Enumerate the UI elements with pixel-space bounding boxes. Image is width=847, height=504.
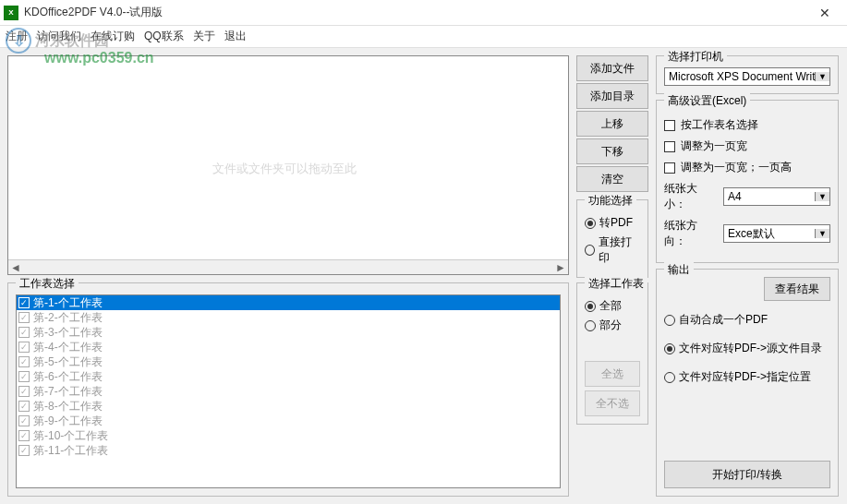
chk-fit-width[interactable]: 调整为一页宽 — [664, 138, 830, 154]
chk-fit-page-label: 调整为一页宽；一页高 — [681, 160, 792, 175]
file-list[interactable]: ◄ ► — [7, 55, 569, 275]
checkbox-icon: ✓ — [18, 430, 30, 441]
function-select-legend: 功能选择 — [585, 193, 636, 209]
sheet-item[interactable]: ✓第-7-个工作表 — [17, 384, 560, 399]
add-file-button[interactable]: 添加文件 — [576, 55, 648, 81]
radio-to-pdf[interactable]: 转PDF — [585, 215, 640, 231]
radio-print-direct-label: 直接打印 — [599, 234, 640, 266]
radio-src-dir[interactable]: 文件对应转PDF->源文件目录 — [664, 341, 830, 356]
sheet-item[interactable]: ✓第-11-个工作表 — [17, 443, 560, 458]
scroll-left-icon[interactable]: ◄ — [8, 260, 23, 274]
sheet-item-label: 第-6-个工作表 — [33, 369, 103, 385]
menu-register[interactable]: 注册 — [6, 29, 28, 44]
paper-size-combo[interactable]: A4 ▼ — [723, 187, 830, 206]
sheet-item[interactable]: ✓第-1-个工作表 — [17, 295, 560, 310]
checkbox-icon: ✓ — [18, 386, 30, 397]
output-group: 输出 查看结果 自动合成一个PDF 文件对应转PDF->源文件目录 文件对应转P… — [656, 269, 839, 497]
chevron-down-icon: ▼ — [815, 192, 829, 201]
sheet-item-label: 第-2-个工作表 — [33, 310, 103, 326]
radio-icon — [664, 372, 675, 383]
menu-visit[interactable]: 访问我们 — [37, 29, 81, 44]
window-title: KDOffice2PDF V4.0--试用版 — [24, 5, 806, 20]
move-down-button[interactable]: 下移 — [576, 138, 648, 164]
sheet-item-label: 第-10-个工作表 — [33, 428, 108, 444]
close-button[interactable]: ✕ — [806, 0, 843, 26]
chk-fit-page[interactable]: 调整为一页宽；一页高 — [664, 160, 830, 175]
sheet-item[interactable]: ✓第-3-个工作表 — [17, 325, 560, 340]
checkbox-icon — [664, 120, 675, 131]
sheet-item[interactable]: ✓第-5-个工作表 — [17, 354, 560, 369]
printer-group: 选择打印机 Microsoft XPS Document Writer ▼ — [656, 55, 839, 94]
function-select-group: 功能选择 转PDF 直接打印 — [576, 199, 648, 278]
advanced-group: 高级设置(Excel) 按工作表名选择 调整为一页宽 调整为一页宽；一页高 纸张… — [656, 100, 839, 263]
sheet-item[interactable]: ✓第-2-个工作表 — [17, 310, 560, 325]
paper-size-label: 纸张大小： — [664, 181, 716, 212]
sheet-select-group: 工作表选择 ✓第-1-个工作表✓第-2-个工作表✓第-3-个工作表✓第-4-个工… — [7, 282, 569, 497]
radio-part-sheets[interactable]: 部分 — [585, 318, 640, 333]
sheet-item[interactable]: ✓第-4-个工作表 — [17, 340, 560, 354]
printer-value: Microsoft XPS Document Writer — [665, 70, 815, 83]
radio-icon — [585, 218, 596, 229]
checkbox-icon: ✓ — [18, 327, 30, 338]
sheet-select-legend: 工作表选择 — [16, 276, 79, 292]
radio-icon — [664, 343, 675, 354]
radio-part-label: 部分 — [599, 318, 622, 333]
checkbox-icon: ✓ — [18, 401, 30, 412]
orient-value: Exce默认 — [724, 226, 815, 242]
radio-spec-dir[interactable]: 文件对应转PDF->指定位置 — [664, 369, 830, 385]
menu-buy[interactable]: 在线订购 — [91, 29, 135, 44]
menubar: 注册 访问我们 在线订购 QQ联系 关于 退出 — [0, 26, 847, 48]
sheet-item-label: 第-8-个工作表 — [33, 399, 103, 414]
radio-all-sheets[interactable]: 全部 — [585, 298, 640, 314]
scroll-right-icon[interactable]: ► — [553, 260, 568, 274]
sheet-item[interactable]: ✓第-9-个工作表 — [17, 414, 560, 428]
chk-by-name-label: 按工作表名选择 — [681, 117, 758, 133]
radio-merge-one-label: 自动合成一个PDF — [679, 312, 768, 328]
radio-spec-dir-label: 文件对应转PDF->指定位置 — [679, 369, 811, 385]
sheet-list[interactable]: ✓第-1-个工作表✓第-2-个工作表✓第-3-个工作表✓第-4-个工作表✓第-5… — [16, 294, 561, 488]
paper-size-value: A4 — [724, 190, 815, 203]
sheet-item[interactable]: ✓第-10-个工作表 — [17, 428, 560, 443]
radio-print-direct[interactable]: 直接打印 — [585, 234, 640, 266]
radio-to-pdf-label: 转PDF — [599, 215, 633, 231]
chk-by-name[interactable]: 按工作表名选择 — [664, 117, 830, 133]
chevron-down-icon: ▼ — [815, 229, 829, 238]
sheet-item-label: 第-3-个工作表 — [33, 325, 103, 341]
sheet-item[interactable]: ✓第-8-个工作表 — [17, 399, 560, 414]
chk-fit-width-label: 调整为一页宽 — [681, 138, 747, 154]
file-list-hscroll[interactable]: ◄ ► — [8, 259, 568, 274]
select-all-button[interactable]: 全选 — [585, 361, 640, 387]
checkbox-icon: ✓ — [18, 342, 30, 353]
start-button[interactable]: 开始打印/转换 — [664, 461, 830, 488]
checkbox-icon — [664, 162, 675, 174]
select-none-button[interactable]: 全不选 — [585, 390, 640, 416]
sheet-item-label: 第-5-个工作表 — [33, 354, 103, 370]
printer-combo[interactable]: Microsoft XPS Document Writer ▼ — [664, 67, 830, 86]
checkbox-icon: ✓ — [18, 415, 30, 426]
menu-about[interactable]: 关于 — [193, 29, 215, 44]
add-dir-button[interactable]: 添加目录 — [576, 83, 648, 109]
advanced-legend: 高级设置(Excel) — [664, 93, 750, 109]
radio-icon — [585, 245, 595, 256]
checkbox-icon: ✓ — [18, 371, 30, 382]
clear-button[interactable]: 清空 — [576, 166, 648, 192]
sheet-item-label: 第-4-个工作表 — [33, 340, 103, 355]
menu-qq[interactable]: QQ联系 — [144, 29, 184, 44]
output-legend: 输出 — [664, 262, 694, 278]
checkbox-icon: ✓ — [18, 445, 30, 456]
orient-combo[interactable]: Exce默认 ▼ — [723, 224, 830, 243]
select-sheet-group: 选择工作表 全部 部分 全选 全不选 — [576, 282, 648, 425]
sheet-item-label: 第-1-个工作表 — [33, 295, 103, 311]
checkbox-icon — [664, 141, 675, 152]
checkbox-icon: ✓ — [18, 312, 30, 323]
radio-merge-one[interactable]: 自动合成一个PDF — [664, 312, 830, 328]
sheet-item-label: 第-7-个工作表 — [33, 384, 103, 400]
menu-exit[interactable]: 退出 — [224, 29, 247, 44]
view-result-button[interactable]: 查看结果 — [764, 277, 830, 301]
sheet-item-label: 第-9-个工作表 — [33, 414, 103, 429]
radio-icon — [664, 315, 675, 326]
scroll-track[interactable] — [23, 260, 553, 274]
sheet-item[interactable]: ✓第-6-个工作表 — [17, 369, 560, 384]
move-up-button[interactable]: 上移 — [576, 111, 648, 137]
select-sheet-legend: 选择工作表 — [585, 276, 647, 292]
